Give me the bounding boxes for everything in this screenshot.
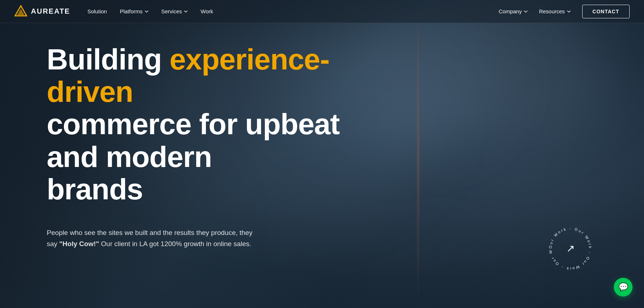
chevron-down-icon [184, 10, 188, 13]
chat-button[interactable]: 💬 [614, 278, 632, 296]
hero-content: Building experience-driven commerce for … [47, 43, 370, 250]
chevron-down-icon [145, 10, 148, 13]
nav-item-company[interactable]: Company [499, 8, 528, 14]
quote-emphasis: "Holy Cow!" [59, 240, 99, 248]
logo-text: AUREATE [31, 7, 70, 15]
chat-icon: 💬 [618, 282, 628, 292]
logo-icon [14, 5, 27, 18]
chevron-down-icon [567, 10, 571, 13]
nav-item-work[interactable]: Work [201, 8, 213, 14]
nav-left: AUREATE Solution Platforms Services [14, 5, 213, 18]
logo-link[interactable]: AUREATE [14, 5, 70, 18]
chevron-down-icon [524, 10, 528, 13]
nav-item-resources[interactable]: Resources [539, 8, 571, 14]
navbar: AUREATE Solution Platforms Services [0, 0, 644, 23]
hero-figure [418, 0, 419, 308]
headline-part1: Building [47, 43, 170, 76]
nav-item-services[interactable]: Services [161, 8, 188, 14]
headline-part3: brands [47, 173, 143, 205]
contact-button[interactable]: CONTACT [582, 5, 630, 18]
hero-section: AUREATE Solution Platforms Services [0, 0, 644, 308]
hero-subtext: People who see the sites we built and th… [47, 227, 255, 250]
nav-center: Solution Platforms Services Work [87, 8, 213, 14]
headline-part2: commerce for upbeat and modern [47, 108, 340, 173]
nav-right: Company Resources CONTACT [499, 5, 630, 18]
hero-headline: Building experience-driven commerce for … [47, 43, 370, 205]
our-work-badge[interactable]: Our Work - Our Work - Our Work - Our Wor… [547, 225, 594, 272]
arrow-icon: ↗ [566, 244, 575, 254]
our-work-circle: Our Work - Our Work - Our Work - Our Wor… [547, 225, 594, 272]
nav-item-platforms[interactable]: Platforms [120, 8, 148, 14]
nav-item-solution[interactable]: Solution [87, 8, 107, 14]
